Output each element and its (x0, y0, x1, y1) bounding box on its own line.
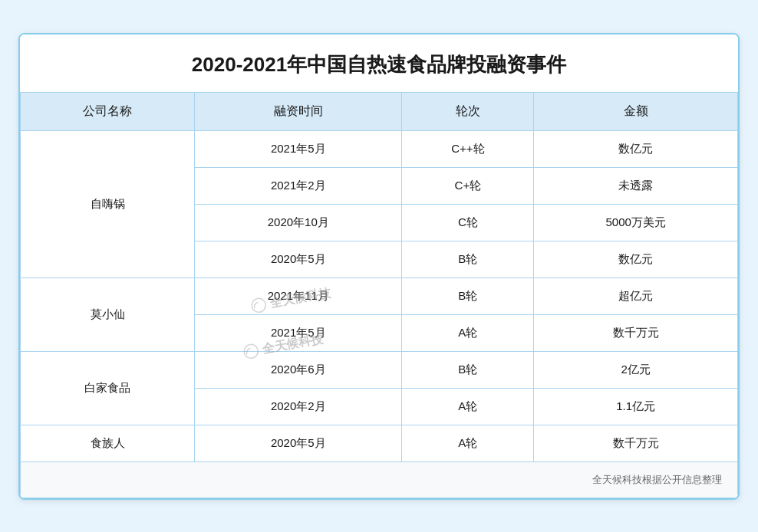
header-round: 轮次 (402, 92, 534, 130)
header-time: 融资时间 (195, 92, 402, 130)
data-table: 公司名称 融资时间 轮次 金额 自嗨锅2021年5月C++轮数亿元2021年2月… (20, 92, 738, 498)
time-cell: 2021年5月 (195, 130, 402, 167)
table-row: 白家食品2020年6月B轮2亿元 (21, 351, 738, 388)
company-cell: 白家食品 (21, 351, 195, 425)
round-cell: C++轮 (402, 130, 534, 167)
table-wrapper: 全天候科技 全天候科技 公司名称 融资时间 轮次 金额 (20, 92, 738, 498)
time-cell: 2020年10月 (195, 204, 402, 241)
footer-text: 全天候科技根据公开信息整理 (21, 461, 738, 498)
header-amount: 金额 (534, 92, 738, 130)
round-cell: A轮 (402, 388, 534, 425)
time-cell: 2020年5月 (195, 241, 402, 277)
company-cell: 莫小仙 (21, 277, 195, 351)
company-cell: 自嗨锅 (21, 130, 195, 277)
time-cell: 2020年6月 (195, 351, 402, 388)
main-container: 2020-2021年中国自热速食品牌投融资事件 全天候科技 全天候科技 (18, 33, 740, 500)
amount-cell: 数亿元 (534, 241, 738, 277)
amount-cell: 未透露 (534, 167, 738, 204)
amount-cell: 2亿元 (534, 351, 738, 388)
time-cell: 2020年5月 (195, 425, 402, 461)
time-cell: 2021年11月 (195, 277, 402, 314)
header-company: 公司名称 (21, 92, 195, 130)
amount-cell: 5000万美元 (534, 204, 738, 241)
page-title: 2020-2021年中国自热速食品牌投融资事件 (20, 34, 738, 92)
round-cell: A轮 (402, 425, 534, 461)
round-cell: C+轮 (402, 167, 534, 204)
amount-cell: 数千万元 (534, 425, 738, 461)
round-cell: C轮 (402, 204, 534, 241)
amount-cell: 数亿元 (534, 130, 738, 167)
round-cell: B轮 (402, 277, 534, 314)
time-cell: 2021年5月 (195, 314, 402, 351)
round-cell: B轮 (402, 351, 534, 388)
table-header-row: 公司名称 融资时间 轮次 金额 (21, 92, 738, 130)
round-cell: B轮 (402, 241, 534, 277)
amount-cell: 超亿元 (534, 277, 738, 314)
footer-row: 全天候科技根据公开信息整理 (21, 461, 738, 498)
time-cell: 2021年2月 (195, 167, 402, 204)
table-row: 莫小仙2021年11月B轮超亿元 (21, 277, 738, 314)
amount-cell: 1.1亿元 (534, 388, 738, 425)
table-row: 食族人2020年5月A轮数千万元 (21, 425, 738, 461)
amount-cell: 数千万元 (534, 314, 738, 351)
company-cell: 食族人 (21, 425, 195, 461)
table-row: 自嗨锅2021年5月C++轮数亿元 (21, 130, 738, 167)
time-cell: 2020年2月 (195, 388, 402, 425)
round-cell: A轮 (402, 314, 534, 351)
